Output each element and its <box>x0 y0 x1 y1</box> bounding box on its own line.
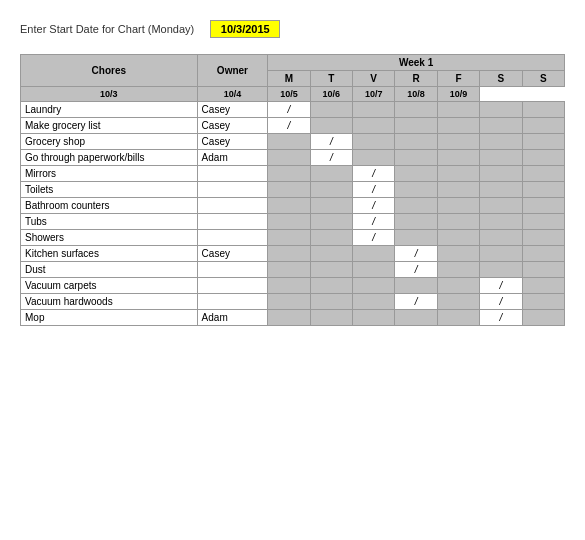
day-header-r: R <box>395 71 437 87</box>
check-cell-10-0 <box>268 262 310 278</box>
owner-cell: Adam <box>197 310 268 326</box>
check-cell-12-2 <box>353 294 395 310</box>
check-cell-7-5 <box>480 214 522 230</box>
check-cell-13-2 <box>353 310 395 326</box>
check-cell-1-4 <box>437 118 479 134</box>
date-sub-3: 10/6 <box>310 87 352 102</box>
check-cell-4-2: / <box>353 166 395 182</box>
table-row: Dust/ <box>21 262 565 278</box>
check-cell-2-2 <box>353 134 395 150</box>
check-cell-6-3 <box>395 198 437 214</box>
check-cell-13-1 <box>310 310 352 326</box>
check-cell-10-2 <box>353 262 395 278</box>
task-cell: Make grocery list <box>21 118 198 134</box>
check-cell-4-6 <box>522 166 565 182</box>
check-cell-3-3 <box>395 150 437 166</box>
check-cell-5-4 <box>437 182 479 198</box>
check-cell-6-4 <box>437 198 479 214</box>
check-cell-9-5 <box>480 246 522 262</box>
owner-cell <box>197 182 268 198</box>
check-cell-0-3 <box>395 102 437 118</box>
check-cell-8-4 <box>437 230 479 246</box>
check-cell-12-1 <box>310 294 352 310</box>
check-cell-13-4 <box>437 310 479 326</box>
check-cell-12-6 <box>522 294 565 310</box>
week-header: Week 1 <box>268 55 565 71</box>
task-cell: Showers <box>21 230 198 246</box>
check-cell-3-5 <box>480 150 522 166</box>
check-cell-4-5 <box>480 166 522 182</box>
check-cell-4-0 <box>268 166 310 182</box>
table-row: Vacuum hardwoods// <box>21 294 565 310</box>
check-cell-2-0 <box>268 134 310 150</box>
day-header-v: V <box>353 71 395 87</box>
task-cell: Mirrors <box>21 166 198 182</box>
table-row: Kitchen surfacesCasey/ <box>21 246 565 262</box>
check-cell-7-1 <box>310 214 352 230</box>
date-sub-0: 10/3 <box>21 87 198 102</box>
day-header-f: F <box>437 71 479 87</box>
check-cell-10-1 <box>310 262 352 278</box>
check-cell-6-0 <box>268 198 310 214</box>
owner-cell <box>197 230 268 246</box>
check-cell-1-2 <box>353 118 395 134</box>
check-cell-7-3 <box>395 214 437 230</box>
check-cell-3-4 <box>437 150 479 166</box>
check-cell-10-6 <box>522 262 565 278</box>
check-cell-2-3 <box>395 134 437 150</box>
owner-cell: Casey <box>197 246 268 262</box>
check-cell-9-4 <box>437 246 479 262</box>
check-cell-10-4 <box>437 262 479 278</box>
date-sub-6: 10/9 <box>437 87 479 102</box>
header-row-1: Chores Owner Week 1 <box>21 55 565 71</box>
check-cell-1-3 <box>395 118 437 134</box>
start-date[interactable]: 10/3/2015 <box>210 20 280 38</box>
check-cell-0-5 <box>480 102 522 118</box>
check-cell-9-3: / <box>395 246 437 262</box>
check-cell-0-4 <box>437 102 479 118</box>
check-cell-13-6 <box>522 310 565 326</box>
check-cell-4-3 <box>395 166 437 182</box>
date-sub-1: 10/4 <box>197 87 268 102</box>
check-cell-7-6 <box>522 214 565 230</box>
check-cell-3-0 <box>268 150 310 166</box>
task-cell: Laundry <box>21 102 198 118</box>
table-row: Tubs/ <box>21 214 565 230</box>
check-cell-0-1 <box>310 102 352 118</box>
check-cell-10-5 <box>480 262 522 278</box>
check-cell-3-2 <box>353 150 395 166</box>
task-cell: Mop <box>21 310 198 326</box>
table-row: Make grocery listCasey/ <box>21 118 565 134</box>
check-cell-11-5: / <box>480 278 522 294</box>
task-cell: Bathroom counters <box>21 198 198 214</box>
owner-cell <box>197 166 268 182</box>
check-cell-2-5 <box>480 134 522 150</box>
check-cell-11-1 <box>310 278 352 294</box>
table-row: Toilets/ <box>21 182 565 198</box>
check-cell-2-1: / <box>310 134 352 150</box>
check-cell-13-3 <box>395 310 437 326</box>
task-cell: Tubs <box>21 214 198 230</box>
check-cell-1-1 <box>310 118 352 134</box>
check-cell-9-6 <box>522 246 565 262</box>
check-cell-0-0: / <box>268 102 310 118</box>
check-cell-8-3 <box>395 230 437 246</box>
table-row: LaundryCasey/ <box>21 102 565 118</box>
check-cell-2-4 <box>437 134 479 150</box>
task-cell: Vacuum hardwoods <box>21 294 198 310</box>
check-cell-1-0: / <box>268 118 310 134</box>
table-row: Mirrors/ <box>21 166 565 182</box>
table-row: Vacuum carpets/ <box>21 278 565 294</box>
owner-cell <box>197 198 268 214</box>
task-cell: Grocery shop <box>21 134 198 150</box>
check-cell-5-0 <box>268 182 310 198</box>
check-cell-6-1 <box>310 198 352 214</box>
owner-cell <box>197 214 268 230</box>
check-cell-12-5: / <box>480 294 522 310</box>
check-cell-9-0 <box>268 246 310 262</box>
check-cell-11-2 <box>353 278 395 294</box>
check-cell-8-2: / <box>353 230 395 246</box>
owner-cell: Casey <box>197 102 268 118</box>
table-row: Showers/ <box>21 230 565 246</box>
table-row: Grocery shopCasey/ <box>21 134 565 150</box>
